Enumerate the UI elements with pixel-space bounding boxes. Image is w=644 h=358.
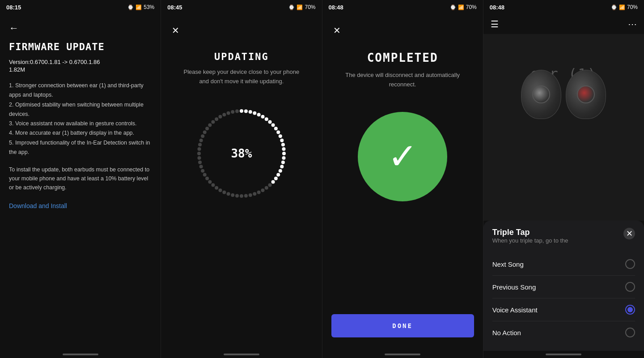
battery-4: 70% [627, 4, 638, 10]
svg-point-6 [265, 117, 268, 121]
svg-point-20 [276, 173, 280, 176]
svg-point-35 [218, 188, 222, 192]
svg-point-48 [199, 138, 203, 142]
completed-panel: 08:48 ⌚ 📶 70% ✕ COMPLETED The device wil… [322, 0, 483, 358]
radio-selected-indicator [627, 307, 633, 312]
svg-point-7 [268, 120, 271, 124]
svg-point-29 [244, 194, 248, 197]
svg-point-58 [231, 110, 234, 114]
checkmark-icon: ✓ [388, 139, 418, 175]
changelog-item-5: 5. Improved functionality of the In-Ear … [9, 140, 150, 155]
svg-point-22 [271, 180, 275, 183]
home-bar-2 [224, 354, 259, 355]
bottom-sheet-header: Triple Tap When you triple tap, go to th… [492, 228, 635, 250]
svg-point-44 [197, 156, 201, 160]
triple-tap-bottom-sheet: Triple Tap When you triple tap, go to th… [483, 221, 644, 351]
updating-subtitle: Please keep your device close to your ph… [184, 68, 300, 86]
option-previous-song[interactable]: Previous Song [492, 276, 635, 298]
svg-point-34 [222, 190, 226, 194]
status-icons-1: ⌚ 📶 53% [127, 4, 154, 10]
svg-point-8 [271, 123, 275, 127]
svg-point-15 [282, 152, 286, 155]
updating-sub-line2: and don't move it while updating. [199, 78, 284, 85]
completed-subtitle: The device will disconnect and automatic… [345, 71, 460, 90]
svg-point-21 [274, 176, 278, 180]
home-bar-3 [385, 354, 420, 355]
option-voice-assistant-radio[interactable] [625, 305, 635, 315]
svg-point-9 [274, 127, 278, 130]
battery-2: 70% [305, 4, 315, 10]
changelog-item-1: 1. Stronger connection between ear (1) a… [9, 82, 144, 98]
firmware-update-panel: 08:15 ⌚ 📶 53% ← FIRMWARE UPDATE Version:… [0, 0, 161, 358]
completed-sub-line2: reconnect. [389, 81, 416, 88]
svg-point-0 [240, 109, 243, 113]
signal-icon-3: 📶 [458, 4, 464, 10]
completed-content: ✕ COMPLETED The device will disconnect a… [322, 14, 483, 351]
svg-point-25 [261, 188, 264, 192]
home-bar-1 [63, 354, 98, 355]
svg-point-53 [211, 120, 215, 124]
svg-point-11 [279, 134, 282, 138]
completed-sub-line1: The device will disconnect and automatic… [345, 72, 460, 78]
svg-point-1 [244, 109, 248, 113]
svg-point-38 [208, 180, 212, 183]
firmware-size: 1.82M [9, 66, 152, 73]
battery-3: 70% [466, 4, 477, 10]
status-icons-2: ⌚ 📶 70% [288, 4, 315, 10]
close-button-2[interactable]: ✕ [170, 23, 181, 38]
svg-point-45 [197, 152, 201, 155]
svg-point-37 [211, 183, 215, 187]
bottom-sheet-close-button[interactable]: ✕ [623, 228, 635, 239]
changelog-item-4: 4. More accurate ear (1) battery display… [9, 130, 134, 136]
battery-1: 53% [144, 4, 154, 10]
home-indicator-1 [0, 351, 161, 358]
svg-point-14 [282, 147, 285, 151]
right-earbud [566, 70, 606, 119]
svg-point-23 [268, 183, 271, 187]
more-options-icon[interactable]: ⋯ [628, 19, 637, 30]
updating-content: ✕ UPDATING Please keep your device close… [161, 14, 322, 351]
svg-point-4 [257, 113, 261, 116]
svg-point-17 [281, 160, 285, 164]
changelog-item-2: 2. Optimised stability when switching be… [9, 102, 144, 117]
svg-point-36 [215, 186, 218, 189]
svg-point-2 [249, 110, 252, 114]
svg-point-26 [257, 190, 261, 194]
svg-point-3 [253, 111, 256, 115]
option-next-song[interactable]: Next Song [492, 253, 635, 276]
firmware-version: Version:0.6700.1.81 -> 0.6700.1.86 [9, 59, 152, 65]
status-icons-4: ⌚ 📶 70% [611, 4, 638, 10]
svg-point-18 [280, 165, 284, 168]
svg-point-10 [276, 130, 280, 134]
status-bar-2: 08:45 ⌚ 📶 70% [161, 0, 322, 14]
bluetooth-icon: ⌚ [127, 4, 134, 10]
back-button[interactable]: ← [9, 19, 19, 38]
home-indicator-2 [161, 351, 322, 358]
svg-point-41 [201, 169, 204, 172]
option-voice-assistant[interactable]: Voice Assistant [492, 298, 635, 321]
close-button-3[interactable]: ✕ [331, 23, 343, 38]
home-indicator-3 [322, 351, 483, 358]
svg-point-56 [222, 113, 226, 116]
option-no-action[interactable]: No Action [492, 321, 635, 344]
option-next-song-radio[interactable] [625, 259, 635, 269]
svg-point-27 [253, 192, 256, 196]
option-previous-song-radio[interactable] [625, 282, 635, 292]
signal-icon-4: 📶 [619, 4, 625, 10]
svg-point-43 [198, 160, 202, 164]
download-install-button[interactable]: Download and Install [9, 202, 67, 209]
hamburger-menu-icon[interactable]: ☰ [491, 19, 499, 30]
option-no-action-radio[interactable] [625, 328, 635, 337]
status-time-3: 08:48 [329, 4, 343, 11]
right-earbud-inner [577, 85, 595, 103]
svg-point-5 [261, 115, 264, 118]
done-button[interactable]: DONE [331, 314, 474, 337]
signal-icon: 📶 [136, 4, 142, 10]
left-earbud-inner [532, 85, 550, 103]
svg-point-16 [282, 156, 285, 160]
option-previous-song-label: Previous Song [492, 283, 536, 291]
firmware-requirement: To install the update, both earbuds must… [9, 165, 152, 192]
panel4-header: ☰ ⋯ [483, 14, 644, 34]
option-no-action-label: No Action [492, 329, 521, 337]
svg-point-55 [218, 115, 222, 118]
